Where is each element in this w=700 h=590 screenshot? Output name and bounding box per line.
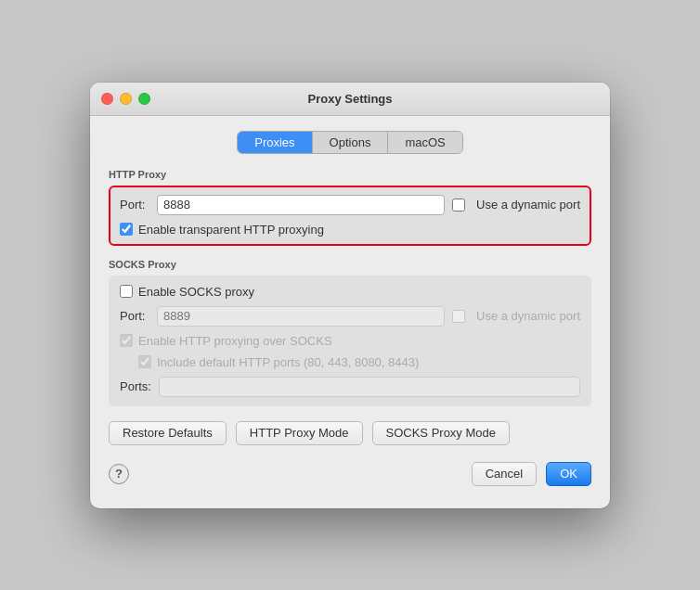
socks-port-label: Port:	[120, 309, 149, 323]
action-buttons: Restore Defaults HTTP Proxy Mode SOCKS P…	[109, 421, 591, 445]
tab-macos[interactable]: macOS	[388, 132, 461, 153]
socks-include-ports-label: Include default HTTP ports (80, 443, 808…	[157, 355, 419, 369]
socks-dynamic-port-checkbox[interactable]	[452, 310, 465, 323]
tab-group: Proxies Options macOS	[237, 131, 463, 154]
footer-actions: Cancel OK	[472, 462, 591, 486]
socks-ports-label: Ports:	[120, 379, 151, 393]
maximize-button[interactable]	[138, 93, 150, 105]
socks-http-over-checkbox[interactable]	[120, 334, 133, 347]
socks-proxy-mode-button[interactable]: SOCKS Proxy Mode	[372, 421, 511, 445]
http-port-input[interactable]	[157, 195, 445, 215]
http-port-label: Port:	[120, 198, 149, 212]
http-transparent-label: Enable transparent HTTP proxying	[138, 223, 324, 237]
socks-port-input[interactable]	[157, 306, 445, 327]
window-title: Proxy Settings	[307, 92, 392, 106]
cancel-button[interactable]: Cancel	[472, 462, 537, 486]
help-button[interactable]: ?	[109, 464, 129, 484]
http-proxy-box: Port: Use a dynamic port Enable transpar…	[109, 186, 591, 246]
socks-http-over-row: Enable HTTP proxying over SOCKS	[120, 334, 580, 348]
window-content: Proxies Options macOS HTTP Proxy Port:	[90, 116, 610, 508]
socks-enable-checkbox[interactable]	[120, 285, 133, 298]
tab-bar: Proxies Options macOS	[109, 131, 591, 154]
restore-defaults-button[interactable]: Restore Defaults	[109, 421, 227, 445]
socks-enable-row: Enable SOCKS proxy	[120, 285, 580, 299]
http-transparent-checkbox[interactable]	[120, 223, 133, 236]
socks-dynamic-port-label: Use a dynamic port	[476, 309, 580, 323]
http-dynamic-port-label: Use a dynamic port	[476, 198, 580, 212]
socks-include-ports-row: Include default HTTP ports (80, 443, 808…	[120, 355, 580, 369]
socks-ports-row: Ports:	[120, 377, 580, 397]
http-proxy-section: HTTP Proxy Port: Use a dynamic port Enab…	[109, 169, 591, 246]
http-dynamic-port-checkbox[interactable]	[452, 199, 465, 212]
socks-proxy-section: SOCKS Proxy Enable SOCKS proxy Port: Use…	[109, 259, 591, 406]
traffic-lights	[101, 93, 150, 105]
http-proxy-label: HTTP Proxy	[109, 169, 591, 180]
socks-enable-label: Enable SOCKS proxy	[138, 285, 254, 299]
http-proxy-mode-button[interactable]: HTTP Proxy Mode	[236, 421, 363, 445]
footer: ? Cancel OK	[109, 455, 591, 490]
socks-include-ports-checkbox[interactable]	[138, 355, 151, 368]
proxy-settings-window: Proxy Settings Proxies Options macOS HTT…	[90, 83, 610, 508]
ok-button[interactable]: OK	[546, 462, 591, 486]
http-transparent-row: Enable transparent HTTP proxying	[120, 223, 580, 237]
socks-proxy-label: SOCKS Proxy	[109, 259, 591, 270]
socks-port-row: Port: Use a dynamic port	[120, 306, 580, 327]
title-bar: Proxy Settings	[90, 83, 610, 116]
socks-proxy-box: Enable SOCKS proxy Port: Use a dynamic p…	[109, 276, 591, 406]
minimize-button[interactable]	[120, 93, 132, 105]
tab-options[interactable]: Options	[313, 132, 389, 153]
tab-proxies[interactable]: Proxies	[238, 132, 312, 153]
http-port-row: Port: Use a dynamic port	[120, 195, 580, 215]
socks-ports-input[interactable]	[159, 377, 580, 397]
close-button[interactable]	[101, 93, 113, 105]
socks-http-over-label: Enable HTTP proxying over SOCKS	[138, 334, 332, 348]
